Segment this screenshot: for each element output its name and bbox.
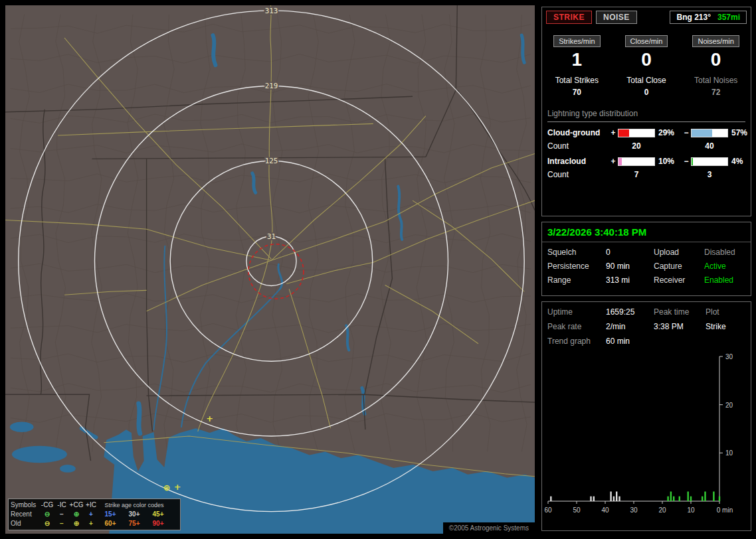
lake <box>12 446 67 463</box>
strike-marker: + <box>174 482 181 492</box>
minus-cg-symbol: ⊖ <box>40 519 54 528</box>
range-ring-label: 219 <box>265 82 278 91</box>
trend-bar <box>590 497 591 501</box>
capture-label: Capture <box>654 262 704 271</box>
plus-ic-symbol: + <box>84 519 98 528</box>
cg-minus-pct: 57% <box>728 128 751 137</box>
cloud-ground-row: Cloud-ground + 29% − 57% <box>542 128 751 137</box>
legend-old-row: Old⊖−⊕+60+75+90+ <box>11 519 178 528</box>
peak-time-label: Peak time <box>654 307 706 317</box>
plus-sign: + <box>609 128 618 137</box>
uptime-value: 1659:25 <box>606 307 654 317</box>
strikes-per-min-value: 1 <box>542 49 612 70</box>
minus-ic-symbol: − <box>54 519 69 528</box>
ic-minus-fill <box>692 158 693 165</box>
upload-label: Upload <box>654 248 704 257</box>
count-label: Count <box>547 170 609 179</box>
noise-mode-button[interactable]: NOISE <box>596 11 637 24</box>
age-code: 60+ <box>98 519 122 528</box>
peak-time-value: 3:38 PM <box>654 322 706 331</box>
total-close-label: Total Close <box>626 76 666 85</box>
receiver-label: Receiver <box>654 275 704 285</box>
x-tick-label: 10 <box>687 506 695 514</box>
ic-plus-fill <box>618 158 622 165</box>
trend-bar <box>667 497 668 501</box>
capture-status: Active <box>704 262 745 271</box>
squelch-value: 0 <box>606 248 654 257</box>
x-tick-label: 20 <box>658 506 666 514</box>
x-tick-label: 0 min <box>717 506 733 514</box>
strikes-per-min-chip[interactable]: Strikes/min <box>553 35 600 47</box>
age-code: 45+ <box>146 510 170 519</box>
legend-recent-row: Recent⊖−⊕+15+30+45+ <box>11 510 178 519</box>
cloud-ground-label: Cloud-ground <box>547 128 609 137</box>
y-tick-label: 20 <box>725 402 733 409</box>
squelch-label: Squelch <box>547 248 606 257</box>
plus-cg-symbol: ⊕ <box>69 510 84 519</box>
lake <box>10 422 34 432</box>
legend-header-row: Symbols-CG-IC+CG+ICStrike age color code… <box>11 501 178 510</box>
map-canvas[interactable]: 31321912531++⊕ Symbols-CG-IC+CG+ICStrike… <box>5 5 535 534</box>
total-strikes-value: 70 <box>542 88 612 97</box>
ic-minus-pct: 4% <box>728 157 751 166</box>
trend-graph-svg: 1020306050403020100 min <box>544 352 749 520</box>
legend-type-header: +IC <box>84 501 98 510</box>
ic-minus-count: 3 <box>691 170 728 179</box>
settings-grid: Squelch 0 Upload Disabled Persistence 90… <box>542 242 751 285</box>
receiver-status: Enabled <box>704 275 745 285</box>
trend-bar <box>670 492 672 502</box>
peak-rate-value: 2/min <box>606 322 654 331</box>
cg-minus-bar <box>691 129 728 137</box>
trend-panel: Uptime 1659:25 Peak time Plot Peak rate … <box>541 301 751 531</box>
rate-header-row: Strikes/min Close/min Noises/min <box>542 35 751 47</box>
age-code: 15+ <box>98 510 122 519</box>
legend-type-header: +CG <box>69 501 84 510</box>
uptime-grid: Uptime 1659:25 Peak time Plot Peak rate … <box>542 302 751 331</box>
age-code: 30+ <box>122 510 146 519</box>
x-tick-label: 60 <box>544 506 552 514</box>
noises-per-min-chip[interactable]: Noises/min <box>692 35 739 47</box>
strike-marker: ⊕ <box>163 483 171 493</box>
plot-value: Strike <box>706 322 745 331</box>
trend-bar <box>679 497 680 501</box>
trend-graph-range: 60 min <box>606 337 654 346</box>
cg-plus-bar <box>618 129 655 137</box>
legend-type-header: -CG <box>40 501 54 510</box>
legend-row-label: Recent <box>11 510 40 519</box>
persistence-value: 90 min <box>606 262 654 271</box>
range-label: Range <box>547 275 606 285</box>
trend-bar <box>618 497 620 501</box>
cg-plus-pct: 29% <box>655 128 682 137</box>
ic-minus-bar <box>691 157 728 166</box>
strike-mode-button[interactable]: STRIKE <box>546 11 592 24</box>
cg-plus-count: 20 <box>618 141 655 151</box>
display-mode-toolbar: STRIKE NOISE Bng 213° 357mi <box>542 7 751 24</box>
legend-symbols-header: Symbols <box>11 501 40 510</box>
close-per-min-value: 0 <box>612 49 682 70</box>
close-per-min-chip[interactable]: Close/min <box>625 35 668 47</box>
intracloud-count-row: Count 7 3 <box>542 170 751 179</box>
trend-label-row: Trend graph 60 min <box>542 331 751 346</box>
totals-row: Total Strikes 70 Total Close 0 Total Noi… <box>542 76 751 97</box>
noises-per-min-value: 0 <box>681 49 751 70</box>
legend-row-label: Old <box>11 519 40 528</box>
bearing-label: Bng 213° <box>676 13 710 22</box>
cg-plus-fill <box>618 129 629 137</box>
trend-bar <box>616 492 617 502</box>
legend-age-header: Strike age color codes <box>98 501 170 510</box>
age-code: 90+ <box>146 519 170 528</box>
trend-graph-label: Trend graph <box>547 337 606 346</box>
ic-plus-bar <box>618 157 655 166</box>
range-ring-label: 125 <box>265 157 278 165</box>
trend-bar <box>690 497 692 501</box>
rate-values-row: 1 0 0 <box>542 49 751 70</box>
datetime-display: 3/22/2026 3:40:18 PM <box>542 222 751 242</box>
y-tick-label: 10 <box>725 449 733 457</box>
distribution-title: Lightning type distribution <box>547 109 745 122</box>
chart-axes <box>548 356 719 501</box>
trend-bar <box>550 497 551 501</box>
persistence-label: Persistence <box>547 262 606 271</box>
settings-panel: 3/22/2026 3:40:18 PM Squelch 0 Upload Di… <box>541 222 751 296</box>
bearing-range: 357mi <box>717 13 740 22</box>
minus-ic-symbol: − <box>54 510 69 519</box>
